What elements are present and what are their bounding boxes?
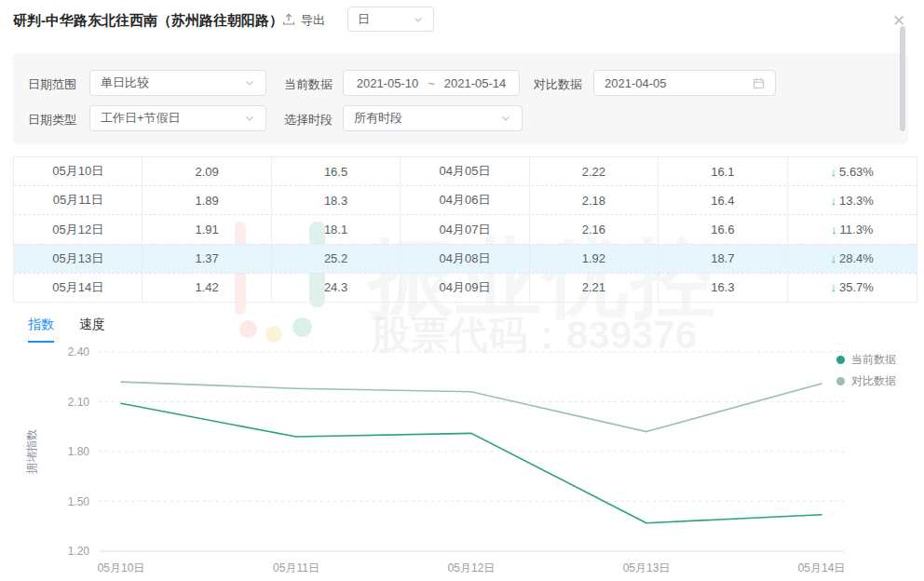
change-cell: ↓11.3% [788,215,917,243]
table-cell: 2.16 [530,215,659,243]
table-cell: 24.3 [272,274,401,302]
y-tick-label: 2.10 [68,396,90,409]
table-cell: 04月09日 [401,274,529,302]
tab-speed[interactable]: 速度 [79,317,105,333]
date-range-select[interactable]: 单日比较 [89,70,266,96]
watermark-logo-dot [292,318,312,337]
table-row[interactable]: 05月10日2.0916.504月05日2.2216.1↓5.63% [14,157,917,185]
granularity-value: 日 [358,11,370,28]
table-cell: 16.4 [659,186,787,214]
table-cell: 05月12日 [14,215,143,243]
date-type-select[interactable]: 工作日+节假日 [89,105,266,131]
table-cell: 18.3 [272,186,401,214]
change-value: 35.7% [839,280,874,294]
calendar-icon [753,77,765,89]
range-end: 2021-05-14 [444,76,507,90]
table-cell: 05月14日 [14,274,143,302]
change-value: 5.63% [839,165,874,179]
legend-item-compare[interactable]: 对比数据 [836,371,896,392]
table-cell: 04月08日 [401,245,529,273]
table-row[interactable]: 05月12日1.9118.104月07日2.1616.6↓11.3% [14,214,917,243]
trend-down-icon: ↓ [831,165,837,179]
congestion-line-chart: 2.402.101.801.501.2005月10日05月11日05月12日05… [0,346,924,581]
table-cell: 16.6 [659,215,787,243]
table-cell: 1.37 [143,245,271,273]
range-start: 2021-05-10 [357,76,419,90]
table-cell: 2.22 [530,157,659,185]
trend-down-icon: ↓ [831,194,837,208]
table-cell: 04月07日 [401,215,529,243]
page-title: 研判-中华路东北往西南（苏州路往朝阳路） [13,12,283,30]
compare-data-label: 对比数据 [534,76,582,93]
watermark-logo-dot [239,320,257,338]
tab-active-underline [28,341,54,343]
change-cell: ↓28.4% [788,245,917,273]
table-cell: 2.21 [530,274,659,302]
tab-index[interactable]: 指数 [28,317,54,333]
change-cell: ↓13.3% [788,186,917,214]
change-cell: ↓5.63% [788,157,917,185]
table-cell: 2.18 [530,186,659,214]
table-cell: 1.42 [143,274,271,302]
table-cell: 04月06日 [401,186,529,214]
change-value: 13.3% [839,194,874,208]
table-row[interactable]: 05月13日1.3725.204月08日1.9218.7↓28.4% [14,244,917,273]
upload-icon [282,13,295,29]
compare-date-input[interactable]: 2021-04-05 [593,70,776,96]
table-cell: 18.7 [659,245,787,273]
table-cell: 05月13日 [14,245,143,273]
watermark-logo-dot [265,326,282,343]
change-value: 28.4% [839,251,874,265]
table-row[interactable]: 05月11日1.8918.304月06日2.1816.4↓13.3% [14,185,917,214]
legend-dot-compare [836,377,845,385]
range-separator: ~ [428,76,435,90]
y-tick-label: 2.40 [68,346,90,358]
legend-dot-current [836,356,845,364]
date-type-label: 日期类型 [28,112,76,128]
y-tick-label: 1.20 [68,545,90,558]
table-cell: 05月11日 [14,186,143,214]
time-period-select[interactable]: 所有时段 [343,105,523,131]
table-cell: 1.89 [143,186,271,214]
export-label: 导出 [301,12,325,29]
chevron-down-icon [500,113,511,124]
table-scrollbar[interactable] [900,26,905,131]
table-cell: 05月10日 [14,157,143,185]
export-button[interactable]: 导出 [282,12,325,29]
time-period-label: 选择时段 [284,112,333,128]
change-value: 11.3% [840,223,874,236]
legend-label: 对比数据 [851,373,896,389]
x-tick-label: 05月12日 [448,561,496,574]
date-range-value: 单日比较 [101,74,149,91]
trend-down-icon: ↓ [831,251,837,265]
y-tick-label: 1.50 [68,495,90,508]
table-row[interactable]: 05月14日1.4224.304月09日2.2116.3↓35.7% [14,273,917,302]
granularity-select[interactable]: 日 [347,7,434,32]
y-tick-label: 1.80 [68,445,90,458]
series-line-当前数据 [121,403,822,522]
x-tick-label: 05月13日 [623,561,671,574]
compare-date-value: 2021-04-05 [605,76,667,90]
table-cell: 25.2 [272,245,401,273]
chevron-down-icon [244,113,255,124]
table-cell: 16.5 [272,157,401,185]
time-period-value: 所有时段 [354,110,402,127]
table-cell: 2.09 [143,157,271,185]
table-cell: 16.1 [659,157,787,185]
series-line-对比数据 [121,382,822,432]
y-axis-title: 拥堵指数 [25,429,38,474]
trend-down-icon: ↓ [831,223,837,236]
x-tick-label: 05月11日 [273,561,319,574]
table-cell: 18.1 [272,215,401,243]
trend-down-icon: ↓ [831,280,837,294]
x-tick-label: 05月14日 [798,561,846,574]
table-cell: 1.92 [530,245,659,273]
legend-label: 当前数据 [851,352,896,368]
current-data-range-input[interactable]: 2021-05-10 ~ 2021-05-14 [343,70,520,96]
date-type-value: 工作日+节假日 [101,110,181,127]
chart-legend: 当前数据 对比数据 [836,349,896,392]
date-range-label: 日期范围 [28,76,76,93]
legend-item-current[interactable]: 当前数据 [836,349,896,371]
table-cell: 16.3 [659,274,787,302]
table-cell: 04月05日 [401,157,529,185]
